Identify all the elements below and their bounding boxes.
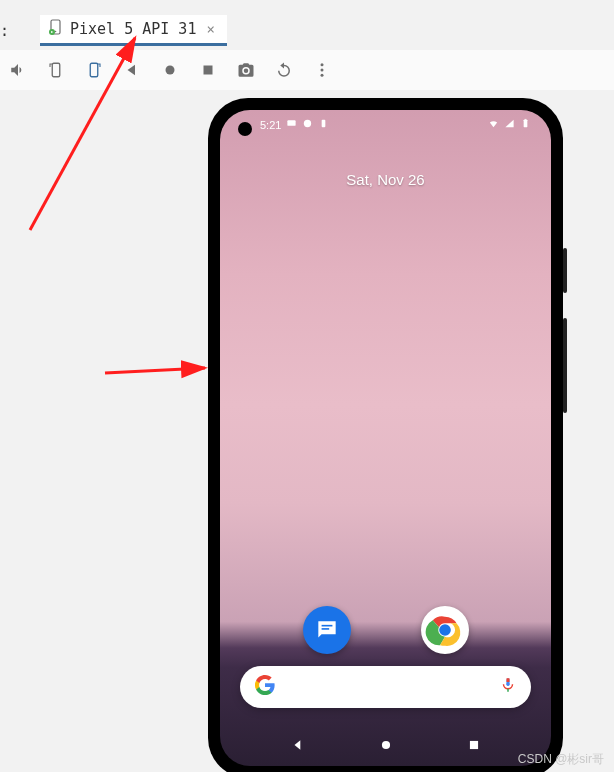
svg-rect-4: [52, 63, 60, 77]
toolbar: [0, 50, 614, 90]
emulator-area: 5:21 Sat, Nov 26: [0, 90, 614, 772]
rotate-left-button[interactable]: [46, 60, 66, 80]
phone-icon: [48, 19, 64, 39]
more-button[interactable]: [312, 60, 332, 80]
mic-icon[interactable]: [499, 676, 517, 698]
status-time: 5:21: [260, 119, 281, 131]
volume-button[interactable]: [8, 60, 28, 80]
phone-date: Sat, Nov 26: [220, 171, 551, 188]
svg-point-13: [304, 120, 311, 127]
wifi-icon: [488, 118, 499, 131]
home-button-toolbar[interactable]: [160, 60, 180, 80]
back-button-toolbar[interactable]: [122, 60, 142, 80]
watermark: CSDN @彬sir哥: [518, 751, 604, 768]
svg-rect-26: [507, 682, 510, 686]
svg-rect-16: [524, 120, 528, 127]
svg-rect-25: [507, 678, 510, 682]
svg-point-22: [440, 626, 448, 634]
panel-label-truncated: :: [0, 22, 9, 40]
nav-home-button[interactable]: [377, 736, 395, 754]
phone-screen[interactable]: 5:21 Sat, Nov 26: [220, 110, 551, 766]
chrome-app-icon[interactable]: [421, 606, 469, 654]
tab-label: Pixel 5 API 31: [70, 20, 196, 38]
svg-rect-17: [525, 119, 527, 120]
battery-icon: [520, 118, 531, 131]
debug-status-icon: [318, 118, 329, 131]
settings-status-icon: [302, 118, 313, 131]
tab-close-button[interactable]: ×: [202, 21, 218, 37]
svg-point-11: [321, 74, 324, 77]
tab-bar: Pixel 5 API 31 ×: [40, 15, 227, 46]
message-status-icon: [286, 118, 297, 131]
nav-overview-button[interactable]: [465, 736, 483, 754]
nav-back-button[interactable]: [289, 736, 307, 754]
svg-rect-14: [322, 120, 326, 127]
camera-hole: [238, 122, 252, 136]
svg-marker-27: [294, 740, 300, 749]
dock: [220, 606, 551, 654]
phone-frame: 5:21 Sat, Nov 26: [208, 98, 563, 772]
messages-app-icon[interactable]: [303, 606, 351, 654]
svg-rect-5: [90, 63, 98, 77]
search-bar[interactable]: [240, 666, 531, 708]
rotate-right-button[interactable]: [84, 60, 104, 80]
emulator-tab[interactable]: Pixel 5 API 31 ×: [40, 15, 227, 46]
svg-rect-8: [204, 66, 213, 75]
signal-icon: [504, 118, 515, 131]
svg-rect-12: [288, 120, 296, 126]
replay-button[interactable]: [274, 60, 294, 80]
svg-point-10: [321, 69, 324, 72]
overview-button-toolbar[interactable]: [198, 60, 218, 80]
svg-marker-6: [128, 65, 136, 76]
svg-rect-29: [469, 741, 477, 749]
svg-point-28: [381, 741, 389, 749]
nav-bar: [220, 736, 551, 754]
screenshot-button[interactable]: [236, 60, 256, 80]
svg-point-7: [166, 66, 175, 75]
phone-power-button[interactable]: [563, 248, 567, 293]
phone-volume-button[interactable]: [563, 318, 567, 413]
phone-status-bar: 5:21: [220, 110, 551, 131]
google-g-icon: [254, 674, 276, 700]
svg-marker-15: [505, 120, 513, 127]
svg-point-9: [321, 63, 324, 66]
